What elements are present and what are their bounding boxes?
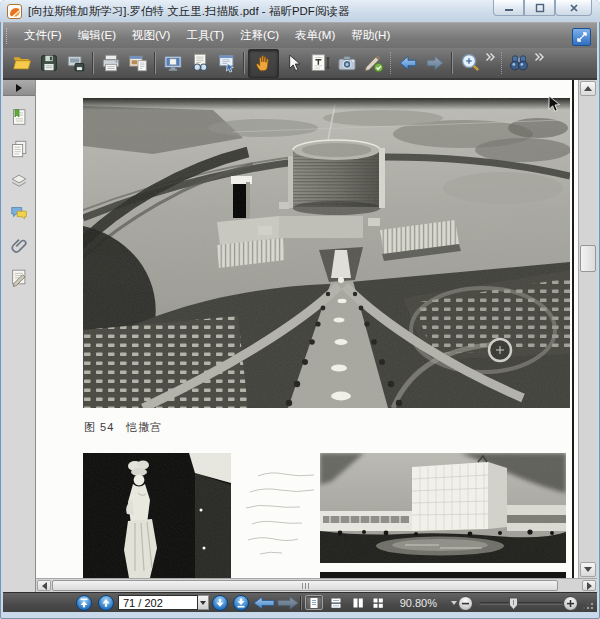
open-button[interactable] [8,50,35,77]
forward-arrow-icon [277,596,299,610]
arrow-right-icon [587,582,592,590]
save-as-button[interactable] [62,50,89,77]
print-button[interactable] [97,50,124,77]
read-mode-button[interactable] [186,50,213,77]
toolbar-expand-button[interactable] [572,28,591,46]
snapshot-button[interactable] [333,50,360,77]
back-arrow-icon [397,52,419,74]
save-button[interactable] [35,50,62,77]
sidebar-signature-button[interactable] [6,265,32,289]
menu-edit[interactable]: 编辑(E) [70,25,124,46]
vertical-scrollbar[interactable] [578,80,597,578]
arrow-up-icon [584,86,592,91]
previous-view-button[interactable] [253,596,275,610]
sidebar-layers-button[interactable] [6,169,32,193]
find-button[interactable] [505,50,532,77]
zoom-slider-track[interactable] [479,602,563,605]
zoom-level[interactable]: 90.80% [391,597,437,609]
sidebar-comments-button[interactable] [6,201,32,225]
hand-icon [253,52,275,74]
zoom-slider-thumb[interactable] [509,596,518,609]
hand-tool-button[interactable] [248,49,279,78]
toolbar-separator [92,52,94,74]
view-continuous-button[interactable] [327,595,345,610]
reflow-button[interactable] [213,50,240,77]
select-text-button[interactable] [306,50,333,77]
toolbar-separator [243,52,245,74]
next-view-button[interactable] [421,50,448,77]
toolbar-overflow-chevron-icon[interactable] [534,52,545,74]
zoom-in-icon [458,51,482,75]
print-preview-button[interactable] [124,50,151,77]
view-facing-button[interactable] [349,595,367,610]
zoom-caret-icon[interactable] [451,601,457,605]
pdf-page[interactable]: 图 54 恺撒宫 [36,80,578,592]
first-page-button[interactable] [76,595,92,611]
status-separator [300,596,302,610]
minimize-icon [504,3,514,12]
scroll-left-button[interactable] [37,580,51,591]
back-arrow-icon [253,596,275,610]
handwritten-notes [240,468,320,563]
select-text-icon [309,52,331,74]
sign-button[interactable] [360,50,387,77]
previous-page-button[interactable] [98,595,114,611]
zoom-out-button[interactable] [458,596,473,611]
last-page-button[interactable] [233,595,249,611]
sidebar-expand-button[interactable] [3,80,35,96]
horizontal-scroll-thumb[interactable] [52,580,558,591]
next-view-button[interactable] [277,596,299,610]
fit-screen-button[interactable] [159,50,186,77]
device-floppy-icon [65,52,87,74]
zoom-in-button[interactable] [563,596,578,611]
foxit-app-icon [7,4,22,19]
vertical-scroll-thumb[interactable] [580,245,596,272]
sidebar-attachments-button[interactable] [6,233,32,257]
layers-icon [9,171,29,191]
menu-forms[interactable]: 表单(M) [287,25,343,46]
facing-icon [352,597,364,609]
scroll-right-button[interactable] [582,580,596,591]
view-single-page-button[interactable] [305,595,323,610]
signature-icon [9,267,29,287]
first-page-icon [78,597,90,609]
scroll-down-button[interactable] [580,562,596,577]
single-page-icon [308,597,320,609]
menu-tools[interactable]: 工具(T) [178,25,232,46]
minimize-button[interactable] [493,0,524,16]
window-arrow-icon [216,52,238,74]
page-number-box [118,595,210,610]
page-glasses-icon [189,52,211,74]
caesars-palace-aerial-photo [83,98,570,408]
toolbar [3,48,597,80]
sidebar-pages-button[interactable] [6,137,32,161]
previous-view-button[interactable] [394,50,421,77]
arrow-down-icon [584,567,592,572]
figure-caption: 图 54 恺撒宫 [84,420,162,435]
window-resize-grip[interactable] [581,597,594,610]
horizontal-scrollbar[interactable] [36,578,597,592]
menu-comments[interactable]: 注释(C) [232,25,287,46]
window-controls [493,0,592,16]
continuous-icon [330,597,342,609]
page-dropdown-button[interactable] [198,595,209,610]
forward-arrow-icon [424,52,446,74]
restore-button[interactable] [524,0,555,16]
view-continuous-facing-button[interactable] [369,595,387,610]
select-arrow-icon [283,53,303,73]
zoom-in-button[interactable] [456,50,483,77]
menu-view[interactable]: 视图(V) [124,25,178,46]
page-down-icon [214,597,226,609]
binoculars-icon [507,51,531,75]
select-tool-button[interactable] [279,50,306,77]
pages-icon [9,139,29,159]
menu-file[interactable]: 文件(F) [16,25,70,46]
scroll-up-button[interactable] [580,81,596,96]
app-window: [向拉斯维加斯学习].罗伯特 文丘里.扫描版.pdf - 福昕PDF阅读器 文件… [0,0,600,619]
sidebar-bookmarks-button[interactable] [6,105,32,129]
close-button[interactable] [555,0,592,16]
toolbar-overflow-chevron-icon[interactable] [485,52,496,74]
menu-help[interactable]: 帮助(H) [343,25,398,46]
page-number-input[interactable] [118,595,198,610]
next-page-button[interactable] [212,595,228,611]
